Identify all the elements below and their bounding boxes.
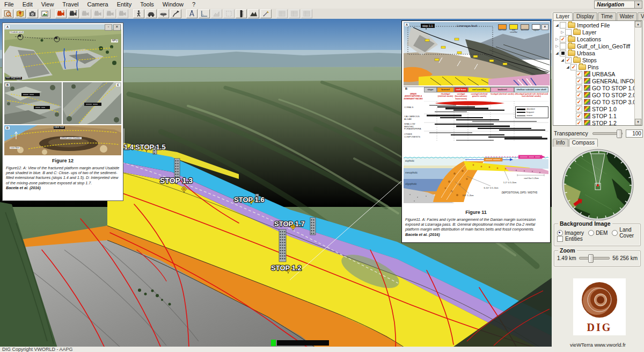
tree-item-go-to-stop-1-0[interactable]: ✓GO TO STOP 1.0: [554, 84, 634, 91]
tree-item-urbasa[interactable]: ✓URBASA: [554, 70, 634, 77]
tab-video[interactable]: Video: [638, 12, 644, 20]
path-mode-icon[interactable]: [170, 9, 181, 18]
close-icon[interactable]: ✕: [541, 24, 548, 30]
tab-info[interactable]: Info: [553, 139, 568, 147]
minimize-button[interactable]: ▫: [105, 24, 112, 31]
stop-label-stop-1-3[interactable]: STOP 1.3: [160, 176, 193, 185]
menu-item-entity[interactable]: Entity: [113, 1, 136, 8]
chevron-down-icon[interactable]: ▼: [634, 1, 642, 8]
find-icon[interactable]: [2, 9, 13, 18]
navigation-combo[interactable]: Navigation ▼: [594, 1, 642, 9]
draw-tool-icon[interactable]: [260, 9, 272, 18]
tab-display[interactable]: Display: [573, 12, 597, 20]
tree-item-urbasa[interactable]: ◢Urbasa: [554, 49, 634, 56]
tab-water[interactable]: Water: [617, 12, 637, 20]
terrain-tool-icon[interactable]: [248, 9, 259, 18]
record-camera-2-icon[interactable]: 2: [68, 9, 79, 18]
menu-item-[interactable]: ?: [188, 1, 200, 8]
tree-item-stop-1-0[interactable]: ✓STOP 1.0: [554, 105, 634, 112]
transparency-slider[interactable]: [592, 132, 623, 135]
checkbox-go-to-stop-1-0[interactable]: ✓: [576, 85, 582, 91]
zoom-slider[interactable]: [579, 257, 610, 260]
collapse-icon[interactable]: ◢: [554, 51, 560, 55]
tree-item-imported-file[interactable]: ◢Imported File: [554, 21, 634, 28]
menu-item-tools[interactable]: Tools: [136, 1, 158, 8]
tree-item-pins[interactable]: ◢✓Pins: [554, 63, 634, 70]
tree-item-stop-1-2[interactable]: ✓STOP 1.2: [554, 119, 634, 126]
snapshot-icon[interactable]: [27, 9, 38, 18]
measure-tool-icon[interactable]: [186, 9, 197, 18]
tab-time[interactable]: Time: [598, 12, 616, 20]
figure12-panel[interactable]: ▫ ✕ A Usabide: [2, 23, 123, 201]
tree-scrollbar[interactable]: ▲ ▼: [634, 21, 642, 125]
map-location-icon[interactable]: [14, 9, 26, 18]
checkbox-imported-file[interactable]: [560, 22, 566, 28]
menu-item-view[interactable]: View: [37, 1, 58, 8]
figure11-panel[interactable]: A stop 1.1 Lizarraga fault reef frontree…: [401, 20, 551, 243]
scroll-down-icon[interactable]: ▼: [635, 119, 641, 125]
key-label-scarce: scarce: [526, 114, 532, 117]
angle-tool-icon[interactable]: [199, 9, 210, 18]
walk-mode-icon[interactable]: [133, 9, 144, 18]
grid-tool-1-icon: [276, 9, 288, 18]
tree-item-layer[interactable]: ▷Layer: [554, 28, 634, 35]
stop-label-1-4[interactable]: 1.4: [124, 143, 134, 151]
image-capture-icon[interactable]: [39, 9, 50, 18]
close-icon[interactable]: ✕: [113, 24, 121, 31]
checkbox-general-informations[interactable]: ✓: [576, 78, 582, 84]
transparency-slider-thumb[interactable]: [617, 130, 622, 138]
menu-item-file[interactable]: File: [0, 1, 18, 8]
menu-item-window[interactable]: Window: [158, 1, 188, 8]
checkbox-pins[interactable]: ✓: [570, 64, 577, 70]
checkbox-locations[interactable]: ✓: [560, 36, 566, 42]
collapse-icon[interactable]: ◢: [565, 65, 570, 69]
zoom-slider-thumb[interactable]: [588, 254, 594, 263]
tower-billboard[interactable]: [310, 218, 316, 235]
menu-item-camera[interactable]: Camera: [83, 1, 113, 8]
menu-item-travel[interactable]: Travel: [58, 1, 83, 8]
checkbox-stop-1-1[interactable]: ✓: [576, 113, 582, 119]
expand-icon[interactable]: ▷: [554, 44, 560, 48]
checkbox-gulf-of-lion-geotiff[interactable]: [560, 43, 566, 49]
checkbox-urbasa[interactable]: [560, 50, 566, 56]
radio-dem[interactable]: [588, 230, 594, 236]
collapse-icon[interactable]: ◢: [554, 23, 560, 27]
tree-item-gulf-of-lion-geotiff[interactable]: ▷Gulf_of_Lion_GeoTiff: [554, 42, 634, 49]
tree-item-general-informations[interactable]: ✓GENERAL INFORMATIONS: [554, 77, 634, 84]
tree-item-stops[interactable]: ◢✓Stops: [554, 56, 634, 63]
entities-checkbox[interactable]: [557, 236, 563, 242]
checkbox-layer[interactable]: [565, 29, 572, 35]
tree-item-go-to-stop-3-0[interactable]: ✓GO TO STOP 3.0: [554, 98, 634, 105]
tower-billboard[interactable]: [279, 229, 286, 262]
tab-layer[interactable]: Layer: [553, 12, 573, 20]
stop-label-stop-1-7[interactable]: STOP 1.7: [274, 220, 305, 228]
menu-item-edit[interactable]: Edit: [18, 1, 37, 8]
ruler-tool-icon[interactable]: [236, 9, 247, 18]
panel-letter-a: A: [5, 25, 10, 28]
drive-mode-icon[interactable]: [145, 9, 157, 18]
stop-label-stop-1-6[interactable]: STOP 1.6: [234, 196, 265, 204]
scroll-up-icon[interactable]: ▲: [635, 21, 641, 27]
collapse-icon[interactable]: ◢: [560, 58, 565, 62]
stop-label-stop-1-5[interactable]: STOP 1.5: [135, 143, 166, 151]
checkbox-stop-1-2[interactable]: ✓: [576, 120, 582, 126]
checkbox-stops[interactable]: ✓: [565, 57, 572, 63]
checkbox-stop-1-0[interactable]: ✓: [576, 106, 582, 112]
fly-mode-icon[interactable]: [158, 9, 169, 18]
radio-imagery[interactable]: [557, 230, 563, 236]
checkbox-go-to-stop-2-0[interactable]: ✓: [576, 92, 582, 98]
pin-icon: [584, 85, 590, 91]
tree-item-stop-1-1[interactable]: ✓STOP 1.1: [554, 112, 634, 119]
compass-icon[interactable]: [553, 146, 643, 221]
transparency-value[interactable]: 100: [626, 130, 643, 138]
record-camera-1-icon[interactable]: 1: [55, 9, 67, 18]
expand-icon[interactable]: ▷: [554, 37, 560, 41]
checkbox-urbasa[interactable]: ✓: [576, 71, 582, 77]
tree-item-go-to-stop-2-0[interactable]: ✓GO TO STOP 2.0: [554, 91, 634, 98]
checkbox-go-to-stop-3-0[interactable]: ✓: [576, 99, 582, 105]
tab-compass[interactable]: Compass: [569, 139, 598, 147]
stop-label-stop-1-2[interactable]: STOP 1.2: [271, 264, 302, 272]
expand-icon[interactable]: ▷: [560, 30, 565, 34]
radio-land-cover[interactable]: [612, 230, 618, 236]
tree-item-locations[interactable]: ▷✓Locations: [554, 35, 634, 42]
